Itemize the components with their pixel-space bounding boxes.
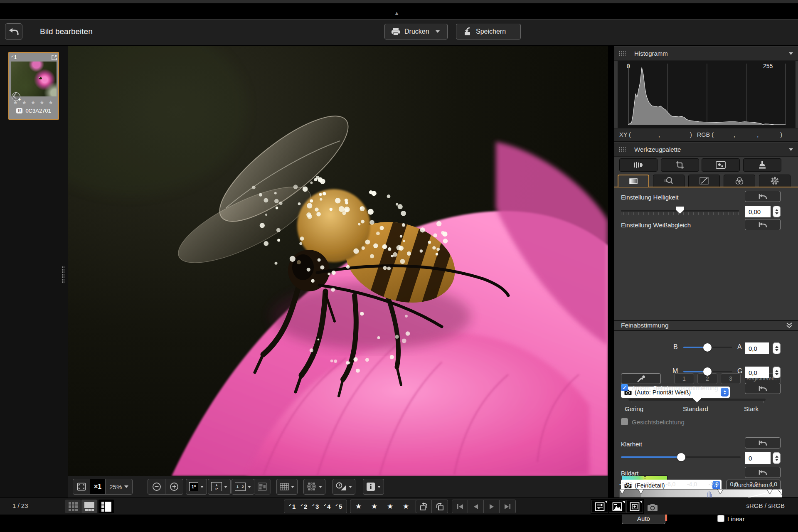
clarity-stepper[interactable] bbox=[773, 452, 781, 464]
rotate-left-button[interactable] bbox=[416, 500, 432, 513]
toggle-thumbnail-panel-button[interactable] bbox=[609, 500, 626, 513]
layout-edit-view-button[interactable] bbox=[99, 500, 114, 513]
check-rating-2[interactable]: ✓2 bbox=[298, 503, 310, 510]
previous-image-icon bbox=[473, 504, 479, 510]
info-button[interactable] bbox=[363, 479, 384, 495]
tab-basic-adjustment[interactable] bbox=[618, 175, 649, 187]
open-in-window-icon[interactable] bbox=[51, 54, 57, 61]
highlight-warning-button[interactable] bbox=[332, 479, 355, 495]
filmstrip-splitter-grip[interactable] bbox=[62, 266, 65, 283]
single-image-view-button[interactable]: 1* bbox=[186, 479, 207, 495]
gamma-scale-label: 0,0 bbox=[730, 481, 738, 488]
compare-view-icon: 1 2 bbox=[235, 483, 246, 491]
white-balance-reset-button[interactable] bbox=[745, 219, 781, 230]
tab-detail-adjustment[interactable] bbox=[653, 175, 685, 187]
brightness-value-field[interactable]: 0,00 bbox=[745, 206, 771, 217]
gamma-level-bar[interactable] bbox=[619, 489, 782, 498]
fit-to-window-button[interactable] bbox=[73, 479, 90, 494]
drag-grip-icon[interactable] bbox=[618, 147, 626, 152]
check-rating-3[interactable]: ✓3 bbox=[310, 503, 321, 510]
thumbnail-card[interactable]: ✓1 + ★ ★ ★ ★ ★ R 0C3A2701 bbox=[8, 52, 59, 120]
gamma-linear-checkbox[interactable] bbox=[717, 515, 724, 522]
toggle-navigator-button[interactable] bbox=[626, 500, 643, 513]
navigator-toggle-icon bbox=[630, 502, 640, 511]
wb-eyedropper-button[interactable] bbox=[621, 373, 661, 384]
wb-dropdown-stepper-icon bbox=[721, 388, 729, 397]
zoom-100-button[interactable]: ×1 bbox=[90, 479, 106, 494]
zoom-in-button[interactable] bbox=[165, 479, 183, 494]
next-image-button[interactable] bbox=[484, 500, 500, 513]
tool-palette-title: Werkzeugpalette bbox=[634, 146, 681, 153]
split-view-button[interactable]: 1 1* bbox=[208, 479, 231, 495]
grid-overlay-button[interactable] bbox=[276, 479, 298, 495]
brightness-label: Einstellung Helligkeit bbox=[621, 194, 678, 201]
last-image-button[interactable] bbox=[500, 500, 515, 513]
fine-g-stepper[interactable] bbox=[773, 367, 781, 378]
split-view-caret-icon bbox=[224, 486, 227, 488]
aeo-slider-thumb[interactable] bbox=[693, 395, 701, 402]
histogram-header[interactable]: Histogramm bbox=[614, 47, 798, 61]
aeo-reset-button[interactable] bbox=[745, 383, 781, 394]
warning-icon bbox=[336, 482, 347, 491]
fine-b-slider-thumb[interactable] bbox=[703, 343, 712, 352]
colorspace-label: sRGB / sRGB bbox=[746, 502, 785, 509]
zoom-out-button[interactable] bbox=[148, 479, 165, 494]
edit-view-icon bbox=[101, 501, 112, 512]
fine-a-stepper[interactable] bbox=[773, 342, 781, 354]
check-rating-4[interactable]: ✓4 bbox=[321, 503, 333, 510]
tab-settings[interactable] bbox=[759, 175, 791, 187]
fine-g-value-field[interactable]: 0,0 bbox=[745, 367, 769, 378]
single-view-caret-icon bbox=[200, 486, 204, 488]
gamma-scale-label: -6,0 bbox=[665, 481, 675, 488]
layout-preview-view-button[interactable] bbox=[81, 500, 97, 513]
compare-view-button[interactable]: 1 2 bbox=[232, 479, 254, 495]
save-button-label: Speichern bbox=[476, 28, 506, 35]
drag-grip-icon[interactable] bbox=[618, 51, 626, 56]
previous-image-button[interactable] bbox=[468, 500, 484, 513]
tab-tone-curve[interactable] bbox=[688, 175, 720, 187]
clarity-slider-thumb[interactable] bbox=[677, 453, 685, 461]
af-points-icon bbox=[307, 483, 317, 491]
fine-tune-collapse-icon[interactable] bbox=[786, 322, 793, 329]
bottom-status-bar: 1 / 23 ✓1✓2✓3✓4✓5 ★ ★ ★ ★ ★ bbox=[0, 498, 798, 515]
rotate-right-button[interactable] bbox=[432, 500, 448, 513]
brightness-reset-button[interactable] bbox=[745, 191, 781, 202]
photo-canvas[interactable] bbox=[68, 46, 608, 476]
aeo-checkbox[interactable]: ✓ bbox=[621, 384, 628, 391]
brightness-stepper[interactable] bbox=[773, 206, 781, 217]
clarity-slider-fill bbox=[621, 456, 681, 458]
check-rating-1[interactable]: ✓1 bbox=[286, 503, 298, 510]
save-button[interactable]: Speichern bbox=[456, 24, 521, 39]
stamp-tool-button[interactable] bbox=[743, 158, 781, 172]
toggle-tool-palette-button[interactable] bbox=[591, 500, 608, 513]
tab-color-adjustment[interactable] bbox=[724, 175, 755, 187]
corner-mark-icon bbox=[605, 501, 607, 503]
layout-grid-view-button[interactable] bbox=[65, 500, 81, 513]
clarity-value-field[interactable]: 0 bbox=[745, 452, 771, 464]
reveal-panel-arrow-icon[interactable]: ▲ bbox=[394, 10, 399, 16]
face-exposure-checkbox[interactable] bbox=[621, 418, 628, 425]
picture-style-reset-button[interactable] bbox=[745, 467, 781, 478]
fine-a-value-field[interactable]: 0,0 bbox=[745, 342, 769, 354]
first-image-button[interactable] bbox=[452, 500, 468, 513]
zoom-percent-dropdown[interactable]: 25% bbox=[106, 479, 132, 494]
tool-palette-collapse-caret-icon[interactable] bbox=[789, 148, 793, 151]
clarity-reset-button[interactable] bbox=[745, 437, 781, 448]
lens-tool-button[interactable] bbox=[619, 158, 658, 172]
tool-palette-header[interactable]: Werkzeugpalette bbox=[614, 143, 798, 157]
fine-m-slider-thumb[interactable] bbox=[703, 367, 712, 376]
thumbnail-star-rating[interactable]: ★ ★ ★ ★ ★ bbox=[9, 99, 58, 106]
fine-tune-header[interactable]: Feinabstimmung bbox=[614, 320, 798, 331]
dust-delete-tool-button[interactable] bbox=[702, 158, 740, 172]
thumbnail-image[interactable] bbox=[11, 62, 57, 96]
multi-layout-view-button[interactable] bbox=[254, 479, 271, 495]
crop-tool-button[interactable] bbox=[661, 158, 699, 172]
camera-connect-button[interactable] bbox=[645, 500, 660, 514]
lens-icon bbox=[633, 161, 644, 169]
check-rating-5[interactable]: ✓5 bbox=[333, 503, 345, 510]
raw-badge: R bbox=[16, 108, 22, 113]
back-button[interactable] bbox=[5, 23, 22, 40]
af-points-button[interactable] bbox=[303, 479, 325, 495]
histogram-collapse-caret-icon[interactable] bbox=[789, 52, 793, 55]
print-button[interactable]: Drucken bbox=[384, 24, 448, 39]
